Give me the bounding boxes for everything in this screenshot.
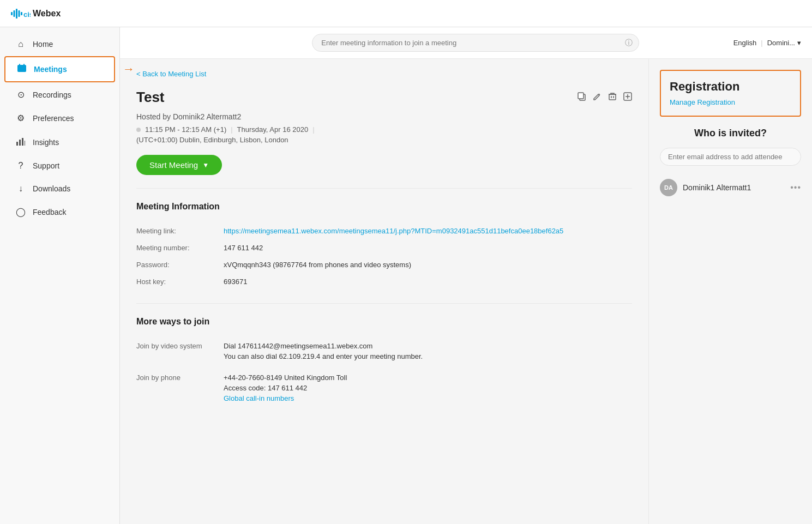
global-callin-link[interactable]: Global call-in numbers — [224, 394, 347, 402]
downloads-icon: ↓ — [15, 184, 26, 194]
cisco-logo-svg: cisco — [11, 8, 31, 20]
main-layout: ⌂ Home Meetings → ⊙ Recordings ⚙ Prefere… — [0, 27, 812, 524]
host-key-row: Host key: 693671 — [136, 273, 632, 290]
time-separator: | — [231, 125, 232, 134]
feedback-icon: ◯ — [15, 207, 26, 217]
divider-2 — [136, 303, 632, 304]
meeting-title: Test — [136, 89, 165, 106]
topbar-divider: | — [761, 39, 762, 47]
meeting-time: 11:15 PM - 12:15 AM (+1) | Thursday, Apr… — [136, 125, 632, 134]
svg-rect-7 — [19, 64, 20, 66]
back-link-text: < Back to Meeting List — [136, 70, 206, 78]
meeting-number-value: 147 611 442 — [224, 244, 263, 252]
sidebar-item-downloads[interactable]: ↓ Downloads — [4, 178, 115, 200]
svg-rect-1 — [14, 10, 15, 17]
phone-row: Join by phone +44-20-7660-8149 United Ki… — [136, 369, 632, 407]
start-meeting-label: Start Meeting — [149, 160, 198, 170]
sidebar-item-feedback[interactable]: ◯ Feedback — [4, 201, 115, 223]
video-system-value2: You can also dial 62.109.219.4 and enter… — [224, 352, 423, 360]
access-code-value: Access code: 147 611 442 — [224, 384, 347, 392]
sidebar-label-home: Home — [33, 40, 53, 49]
password-row: Password: xVQmqqnh343 (98767764 from pho… — [136, 256, 632, 273]
meeting-header: Test — [136, 89, 632, 106]
svg-rect-0 — [11, 12, 13, 15]
recordings-icon: ⊙ — [15, 89, 26, 100]
svg-rect-11 — [22, 138, 23, 146]
preferences-icon: ⚙ — [15, 113, 26, 123]
sidebar-item-recordings[interactable]: ⊙ Recordings — [4, 83, 115, 106]
meeting-timezone: (UTC+01:00) Dublin, Edinburgh, Lisbon, L… — [136, 136, 632, 144]
date-separator: | — [312, 125, 314, 134]
svg-rect-10 — [19, 140, 21, 146]
sidebar: ⌂ Home Meetings → ⊙ Recordings ⚙ Prefere… — [0, 27, 120, 524]
user-dropdown[interactable]: Domini... ▾ — [767, 39, 801, 47]
svg-rect-14 — [578, 93, 584, 99]
info-icon: ⓘ — [625, 38, 633, 48]
attendee-avatar: DA — [660, 179, 677, 196]
svg-rect-2 — [16, 9, 17, 19]
host-key-label: Host key: — [136, 278, 224, 286]
svg-rect-15 — [609, 94, 616, 100]
manage-registration-link[interactable]: Manage Registration — [670, 98, 735, 106]
video-system-label: Join by video system — [136, 342, 224, 350]
meeting-number-label: Meeting number: — [136, 244, 224, 252]
attendee-more-button[interactable]: ••• — [790, 183, 801, 192]
phone-value: +44-20-7660-8149 United Kingdom Toll — [224, 374, 347, 382]
language-label: English — [733, 39, 757, 47]
meeting-number-row: Meeting number: 147 611 442 — [136, 239, 632, 256]
sidebar-label-feedback: Feedback — [33, 208, 66, 216]
attendee-name: Dominik1 Altermatt1 — [683, 183, 785, 192]
phone-label: Join by phone — [136, 374, 224, 382]
delete-icon[interactable] — [608, 92, 617, 103]
sidebar-item-meetings[interactable]: Meetings → — [4, 56, 115, 82]
content-area: < Back to Meeting List Test — [120, 59, 812, 524]
more-ways-title: More ways to join — [136, 317, 632, 327]
meeting-info-table: Meeting link: https://meetingsemea11.web… — [136, 222, 632, 290]
sidebar-label-recordings: Recordings — [33, 91, 71, 99]
search-input[interactable] — [312, 34, 639, 52]
webex-label: Webex — [33, 9, 61, 19]
svg-text:cisco: cisco — [23, 10, 31, 19]
svg-rect-9 — [16, 142, 18, 146]
sidebar-item-preferences[interactable]: ⚙ Preferences — [4, 107, 115, 129]
registration-panel: Registration Manage Registration → Who i… — [648, 59, 812, 524]
meeting-link-row: Meeting link: https://meetingsemea11.web… — [136, 222, 632, 239]
back-to-meeting-list[interactable]: < Back to Meeting List — [136, 70, 632, 78]
svg-rect-12 — [25, 141, 25, 146]
password-value: xVQmqqnh343 (98767764 from phones and vi… — [224, 261, 411, 269]
sidebar-label-support: Support — [33, 161, 59, 170]
registration-box: Registration Manage Registration — [660, 70, 801, 117]
meeting-actions — [578, 92, 632, 103]
svg-rect-4 — [21, 12, 22, 15]
home-icon: ⌂ — [15, 39, 26, 49]
edit-icon[interactable] — [593, 92, 602, 103]
meeting-info-title: Meeting Information — [136, 202, 632, 212]
support-icon: ? — [15, 161, 26, 171]
meeting-content: < Back to Meeting List Test — [120, 59, 648, 524]
password-label: Password: — [136, 261, 224, 269]
sidebar-item-insights[interactable]: Insights — [4, 130, 115, 154]
sidebar-label-insights: Insights — [33, 138, 59, 147]
meeting-link-value[interactable]: https://meetingsemea11.webex.com/meeting… — [224, 227, 563, 235]
app-header: cisco Webex — [0, 0, 812, 27]
copy-icon[interactable] — [578, 92, 586, 103]
sidebar-item-home[interactable]: ⌂ Home — [4, 33, 115, 55]
meetings-icon — [16, 63, 27, 75]
topbar-right: English | Domini... ▾ — [733, 39, 801, 47]
attendee-email-input[interactable] — [660, 148, 801, 166]
svg-rect-3 — [19, 10, 20, 17]
video-system-row: Join by video system Dial 147611442@meet… — [136, 338, 632, 365]
start-meeting-button[interactable]: Start Meeting ▼ — [136, 155, 222, 175]
meeting-host: Hosted by Dominik2 Altermatt2 — [136, 112, 632, 121]
meetings-arrow: → — [123, 62, 135, 76]
sidebar-label-preferences: Preferences — [33, 114, 74, 123]
video-system-value1: Dial 147611442@meetingsemea11.webex.com — [224, 342, 423, 350]
divider-1 — [136, 188, 632, 189]
host-key-value: 693671 — [224, 278, 247, 286]
sidebar-item-support[interactable]: ? Support — [4, 155, 115, 177]
attendee-item: DA Dominik1 Altermatt1 ••• — [660, 174, 801, 201]
svg-rect-8 — [23, 64, 25, 66]
add-icon[interactable] — [623, 92, 632, 103]
chevron-down-icon: ▾ — [797, 39, 801, 47]
more-ways-table: Join by video system Dial 147611442@meet… — [136, 338, 632, 407]
